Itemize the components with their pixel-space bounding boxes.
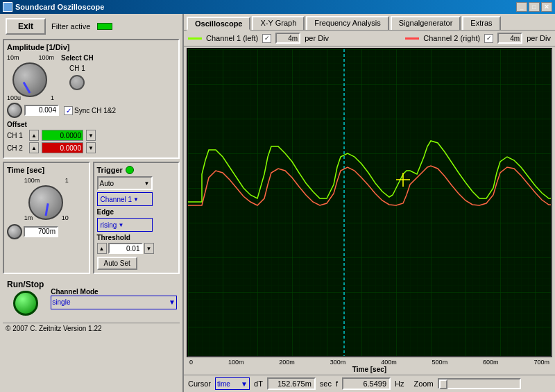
ch2-visible-checkbox[interactable]: ✓ bbox=[484, 34, 493, 43]
amplitude-value-input[interactable]: 0.004 bbox=[24, 105, 59, 116]
trigger-section: Trigger Auto ▼ Channel 1 ▼ Edge bbox=[93, 162, 180, 274]
trigger-auto-label: Auto bbox=[100, 180, 114, 187]
select-ch-label: Select CH bbox=[61, 54, 94, 62]
time-label-700m: 700m bbox=[533, 359, 549, 366]
amp-label-tr: 100m bbox=[38, 54, 54, 61]
tab-xy-graph[interactable]: X-Y Graph bbox=[252, 16, 305, 30]
oscilloscope-display[interactable] bbox=[187, 48, 552, 357]
time-axis-area: 0 100m 200m 300m 400m 500m 600m 700m Tim… bbox=[184, 359, 555, 375]
time-axis-unit: Time [sec] bbox=[188, 366, 551, 373]
tab-oscilloscope[interactable]: Oscilloscope bbox=[187, 17, 250, 31]
ch2-offset-spin-up[interactable]: ▲ bbox=[29, 142, 39, 153]
amplitude-fine-knob[interactable] bbox=[7, 103, 22, 118]
svg-rect-1 bbox=[188, 49, 551, 356]
channel-mode-value: single bbox=[52, 298, 70, 306]
ch2-offset-spin-down[interactable]: ▼ bbox=[86, 142, 96, 153]
ch2-channel-label: Channel 2 (right) bbox=[423, 34, 480, 42]
filter-active-label: Filter active bbox=[51, 22, 90, 31]
cursor-type-dropdown[interactable]: time ▼ bbox=[215, 377, 250, 390]
ch2-offset-input[interactable] bbox=[42, 142, 83, 153]
trigger-led bbox=[126, 166, 134, 174]
ch1-visible-checkbox[interactable]: ✓ bbox=[262, 34, 271, 43]
ch1-led[interactable] bbox=[69, 75, 85, 90]
ch1-offset-label: CH 1 bbox=[7, 132, 26, 139]
time-section: Time [sec] 100m 1 1m 10 700m bbox=[3, 162, 90, 274]
window-title: Soundcard Oszilloscope bbox=[15, 3, 104, 11]
amp-label-tl: 10m bbox=[7, 54, 19, 61]
amplitude-section: Amplitude [1/Div] 10m 100m 100u 1 Select… bbox=[3, 39, 180, 159]
tab-extras[interactable]: Extras bbox=[462, 16, 500, 30]
time-label-500m: 500m bbox=[432, 359, 448, 366]
time-title: Time [sec] bbox=[7, 166, 86, 174]
ch1-offset-spin-up[interactable]: ▲ bbox=[29, 130, 39, 141]
amp-label-br: 1 bbox=[51, 94, 54, 101]
offset-title: Offset bbox=[7, 121, 176, 128]
zoom-label: Zoom bbox=[414, 380, 434, 388]
dt-unit: sec bbox=[320, 380, 332, 388]
cursor-type-label: time bbox=[217, 380, 230, 388]
time-label-600m: 600m bbox=[483, 359, 499, 366]
zoom-slider[interactable] bbox=[438, 378, 521, 389]
runstop-button[interactable] bbox=[13, 291, 38, 316]
trigger-channel-dropdown[interactable]: Channel 1 ▼ bbox=[97, 192, 153, 206]
time-label-400m: 400m bbox=[381, 359, 397, 366]
threshold-spin-down[interactable]: ▼ bbox=[144, 243, 154, 254]
trigger-auto-arrow: ▼ bbox=[144, 180, 150, 187]
ch1-offset-input[interactable] bbox=[42, 130, 83, 141]
trigger-edge-dropdown[interactable]: rising ▼ bbox=[97, 218, 153, 232]
main-container: Exit Filter active Amplitude [1/Div] 10m… bbox=[0, 14, 555, 392]
window-controls[interactable]: _ □ ✕ bbox=[516, 2, 552, 12]
copyright-bar: © 2007 C. Zeitnitz Version 1.22 bbox=[3, 323, 180, 334]
app-icon bbox=[3, 2, 12, 12]
time-label-tl: 100m bbox=[24, 177, 40, 184]
ch1-color-line bbox=[188, 37, 202, 40]
channel-mode-area: Channel Mode single ▼ bbox=[51, 288, 177, 309]
threshold-spin-up[interactable]: ▲ bbox=[97, 243, 107, 254]
cursor-type-arrow: ▼ bbox=[241, 380, 248, 388]
tab-signalgenerator[interactable]: Signalgenerator bbox=[391, 16, 461, 30]
cursor-bar: Cursor time ▼ dT 152.675m sec f 6.5499 H… bbox=[184, 375, 555, 392]
channel-mode-label: Channel Mode bbox=[51, 288, 177, 296]
trigger-auto-row: Auto ▼ bbox=[97, 176, 176, 190]
title-bar: Soundcard Oszilloscope _ □ ✕ bbox=[0, 0, 555, 14]
ch1-offset-spin-down[interactable]: ▼ bbox=[86, 130, 96, 141]
dt-label: dT bbox=[254, 380, 263, 388]
ch2-per-div-label: per Div bbox=[527, 34, 551, 42]
right-panel: Oscilloscope X-Y Graph Frequency Analysi… bbox=[184, 14, 555, 392]
trigger-channel-row: Channel 1 ▼ bbox=[97, 192, 176, 206]
time-knob[interactable] bbox=[28, 185, 63, 220]
close-button[interactable]: ✕ bbox=[541, 2, 552, 12]
tabs-row: Oscilloscope X-Y Graph Frequency Analysi… bbox=[184, 14, 555, 31]
threshold-label: Threshold bbox=[97, 234, 176, 241]
amplitude-knob[interactable] bbox=[12, 62, 47, 97]
time-label-100m: 100m bbox=[228, 359, 244, 366]
ch2-per-div-input[interactable] bbox=[497, 33, 522, 44]
runstop-channelmode-row: Run/Stop Channel Mode single ▼ bbox=[3, 277, 180, 320]
zoom-thumb[interactable] bbox=[439, 380, 447, 389]
tab-frequency-analysis[interactable]: Frequency Analysis bbox=[306, 16, 388, 30]
runstop-label: Run/Stop bbox=[7, 280, 44, 289]
ch1-channel-label: Channel 1 (left) bbox=[206, 34, 258, 42]
ch1-per-div-input[interactable] bbox=[275, 33, 300, 44]
f-label: f bbox=[336, 380, 338, 388]
channel-mode-dropdown[interactable]: single ▼ bbox=[51, 296, 177, 309]
time-axis-labels: 0 100m 200m 300m 400m 500m 600m 700m bbox=[188, 359, 551, 366]
maximize-button[interactable]: □ bbox=[529, 2, 540, 12]
channel-controls: Channel 1 (left) ✓ per Div Channel 2 (ri… bbox=[184, 31, 555, 46]
threshold-input[interactable] bbox=[108, 243, 143, 254]
trigger-edge-row: rising ▼ bbox=[97, 218, 176, 232]
ch2-offset-row: CH 2 ▲ ▼ bbox=[7, 142, 176, 153]
minimize-button[interactable]: _ bbox=[516, 2, 527, 12]
channel-mode-arrow: ▼ bbox=[169, 298, 176, 306]
filter-active-led bbox=[97, 23, 112, 30]
exit-button[interactable]: Exit bbox=[6, 18, 46, 35]
auto-set-button[interactable]: Auto Set bbox=[97, 257, 137, 270]
time-label-tr: 1 bbox=[65, 177, 69, 184]
sync-label: Sync CH 1&2 bbox=[74, 107, 116, 114]
sync-checkbox[interactable]: ✓ bbox=[64, 106, 73, 115]
ch1-offset-row: CH 1 ▲ ▼ bbox=[7, 130, 176, 141]
time-value-input[interactable]: 700m bbox=[24, 226, 58, 237]
runstop-section: Run/Stop bbox=[6, 278, 45, 318]
trigger-auto-dropdown[interactable]: Auto ▼ bbox=[97, 176, 153, 190]
time-fine-knob[interactable] bbox=[7, 224, 22, 239]
